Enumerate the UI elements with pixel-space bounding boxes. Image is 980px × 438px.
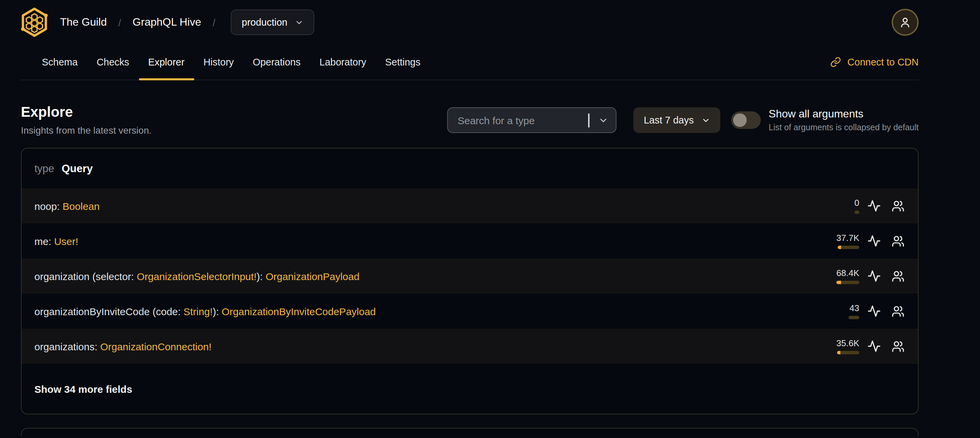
type-card-query: type Query noop: Boolean 0 me: User! 37.…	[21, 148, 919, 414]
target-selector-dropdown[interactable]: production	[231, 10, 314, 35]
page-title: Explore	[21, 105, 152, 119]
field-text: organization (selector:	[34, 270, 137, 282]
field-row[interactable]: me: User! 37.7K	[22, 223, 918, 258]
usage-bar-fill	[838, 245, 841, 249]
period-filter-button[interactable]: Last 7 days	[634, 107, 720, 133]
usage-bar-fill	[836, 280, 841, 284]
primary-tabs: SchemaChecksExplorerHistoryOperationsLab…	[21, 45, 919, 80]
connect-to-cdn-link[interactable]: Connect to CDN	[830, 45, 919, 80]
field-row[interactable]: noop: Boolean 0	[22, 188, 918, 223]
type-search-combobox	[447, 107, 617, 133]
type-search-input[interactable]	[448, 115, 616, 126]
activity-icon[interactable]	[867, 234, 881, 248]
tab-explorer[interactable]: Explorer	[138, 45, 194, 80]
tab-label: Operations	[253, 57, 301, 67]
breadcrumb-separator: /	[212, 16, 215, 28]
hive-logo-icon[interactable]	[21, 8, 48, 37]
field-signature: me: User!	[34, 235, 826, 247]
tab-label: Explorer	[148, 57, 185, 67]
field-type[interactable]: String!	[183, 306, 213, 317]
field-signature: noop: Boolean	[34, 200, 826, 212]
field-signature: organization (selector: OrganizationSele…	[34, 270, 826, 282]
field-usage: 43	[826, 303, 859, 319]
usage-bar	[837, 350, 859, 354]
tab-settings[interactable]: Settings	[375, 45, 430, 80]
connect-to-cdn-label: Connect to CDN	[848, 57, 919, 67]
user-icon	[899, 16, 911, 28]
users-icon[interactable]	[890, 304, 905, 319]
field-type[interactable]: User!	[54, 235, 78, 247]
show-arguments-toggle[interactable]	[731, 111, 760, 129]
usage-bar	[836, 280, 859, 284]
app-viewport: The Guild / GraphQL Hive / production Sc…	[0, 0, 980, 438]
field-signature: organizations: OrganizationConnection!	[34, 341, 826, 352]
field-text: organizationByInviteCode (code:	[34, 306, 183, 317]
usage-count: 35.6K	[836, 338, 859, 347]
field-text: noop:	[34, 200, 62, 212]
page-head: Explore Insights from the latest version…	[21, 105, 919, 135]
chevron-down-icon[interactable]	[598, 115, 609, 128]
show-more-fields-button[interactable]: Show 34 more fields	[22, 364, 918, 414]
type-keyword: type	[34, 162, 54, 174]
link-icon	[830, 57, 842, 67]
explorer-controls: Last 7 days Show all arguments List of a…	[447, 107, 919, 133]
usage-bar-fill	[837, 350, 840, 354]
tab-history[interactable]: History	[194, 45, 243, 80]
usage-bar	[854, 210, 859, 213]
field-type[interactable]: OrganizationSelectorInput!	[137, 270, 257, 282]
breadcrumb-project[interactable]: GraphQL Hive	[132, 16, 201, 28]
chevron-down-icon	[295, 18, 304, 27]
tab-label: Checks	[97, 57, 129, 67]
usage-count: 43	[850, 303, 859, 312]
field-row[interactable]: organizations: OrganizationConnection! 3…	[22, 329, 918, 364]
activity-icon[interactable]	[867, 339, 881, 354]
activity-icon[interactable]	[867, 304, 881, 319]
period-filter-value: Last 7 days	[644, 115, 694, 126]
field-type[interactable]: Boolean	[62, 200, 100, 212]
tab-laboratory[interactable]: Laboratory	[310, 45, 375, 80]
toggle-knob	[733, 113, 746, 127]
field-rows: noop: Boolean 0 me: User! 37.7K organiza…	[22, 188, 918, 364]
page-subtitle: Insights from the latest version.	[21, 125, 152, 135]
field-usage: 68.4K	[826, 268, 859, 284]
tab-checks[interactable]: Checks	[87, 45, 138, 80]
tab-label: History	[204, 57, 234, 67]
field-signature: organizationByInviteCode (code: String!)…	[34, 306, 826, 317]
field-row[interactable]: organization (selector: OrganizationSele…	[22, 258, 918, 293]
type-name[interactable]: Query	[62, 162, 93, 174]
activity-icon[interactable]	[867, 269, 881, 284]
field-usage: 35.6K	[826, 338, 859, 354]
top-header: The Guild / GraphQL Hive / production Sc…	[0, 0, 980, 80]
main-content: Explore Insights from the latest version…	[0, 80, 980, 436]
tab-label: Laboratory	[319, 57, 366, 67]
users-icon[interactable]	[890, 339, 905, 354]
field-text: me:	[34, 235, 54, 247]
tab-label: Schema	[42, 57, 78, 67]
field-text: ):	[213, 306, 222, 317]
usage-count: 37.7K	[836, 233, 859, 242]
field-type[interactable]: OrganizationConnection!	[100, 341, 212, 352]
toggle-description: List of arguments is collapsed by defaul…	[768, 123, 919, 132]
field-type[interactable]: OrganizationByInviteCodePayload	[221, 306, 375, 317]
usage-bar	[838, 245, 859, 249]
field-type[interactable]: OrganizationPayload	[266, 270, 360, 282]
breadcrumb-org[interactable]: The Guild	[60, 16, 107, 28]
usage-count: 0	[854, 198, 859, 207]
usage-count: 68.4K	[836, 268, 859, 277]
field-row[interactable]: organizationByInviteCode (code: String!)…	[22, 293, 918, 329]
tab-operations[interactable]: Operations	[243, 45, 310, 80]
breadcrumb-separator: /	[118, 16, 121, 28]
toggle-label: Show all arguments	[768, 108, 919, 120]
field-usage: 37.7K	[826, 233, 859, 249]
usage-bar	[848, 315, 859, 319]
users-icon[interactable]	[890, 198, 905, 213]
field-text: ):	[257, 270, 266, 282]
field-usage: 0	[826, 198, 859, 213]
target-selector-value: production	[242, 17, 287, 28]
activity-icon[interactable]	[867, 198, 881, 213]
tab-schema[interactable]: Schema	[32, 45, 87, 80]
user-avatar-button[interactable]	[892, 9, 919, 36]
users-icon[interactable]	[890, 269, 905, 284]
chevron-down-icon	[701, 116, 710, 124]
users-icon[interactable]	[890, 234, 905, 248]
